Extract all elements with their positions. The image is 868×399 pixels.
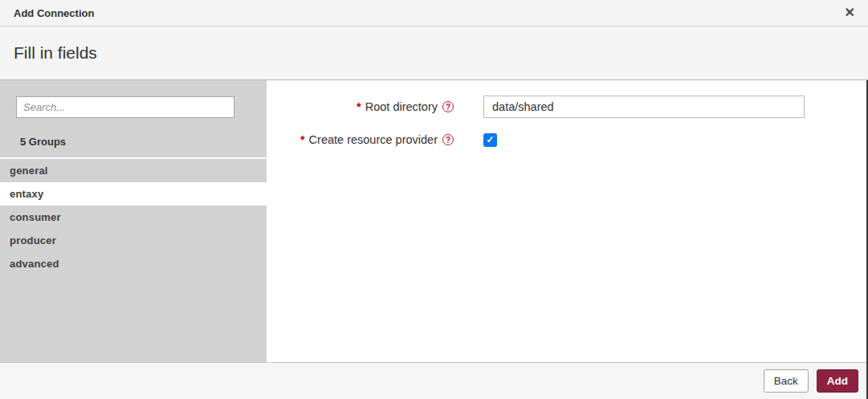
modal-title: Add Connection [14,7,94,19]
help-icon[interactable]: ? [442,134,454,145]
field-label-text: Create resource provider [309,133,438,146]
required-marker: * [357,100,361,113]
close-icon[interactable]: ✕ [845,6,855,19]
root-directory-label: * Root directory ? [267,100,454,113]
form-panel: * Root directory ? * Create resource pro… [267,80,868,362]
add-button[interactable]: Add [817,369,858,393]
checkmark-icon: ✓ [486,135,494,145]
sidebar-item-entaxy[interactable]: entaxy [0,182,267,206]
root-directory-input[interactable] [483,96,805,118]
required-marker: * [300,133,305,146]
sidebar-item-advanced[interactable]: advanced [0,252,267,275]
help-icon[interactable]: ? [442,101,454,112]
page-title: Fill in fields [14,43,97,63]
field-label-text: Root directory [365,100,438,113]
form-row-create-resource-provider: * Create resource provider ? ✓ [267,128,868,151]
back-button[interactable]: Back [764,369,809,393]
groups-sidebar: 5 Groups general entaxy consumer produce… [0,80,267,362]
modal-footer: Back Add [0,362,868,399]
form-row-root-directory: * Root directory ? [267,96,868,118]
create-resource-provider-label: * Create resource provider ? [267,133,454,146]
root-directory-control [483,96,805,118]
add-connection-modal: Add Connection ✕ Fill in fields 5 Groups… [0,0,868,399]
create-resource-provider-control: ✓ [483,133,497,147]
group-list: general entaxy consumer producer advance… [0,157,267,275]
groups-count-label: 5 Groups [20,136,267,148]
create-resource-provider-checkbox[interactable]: ✓ [483,133,497,147]
sidebar-item-general[interactable]: general [0,159,267,182]
modal-body: 5 Groups general entaxy consumer produce… [0,80,868,362]
modal-header: Add Connection ✕ [0,0,868,26]
modal-subheader: Fill in fields [0,26,868,80]
sidebar-item-producer[interactable]: producer [0,229,267,252]
search-input[interactable] [16,96,234,118]
sidebar-item-consumer[interactable]: consumer [0,206,267,229]
